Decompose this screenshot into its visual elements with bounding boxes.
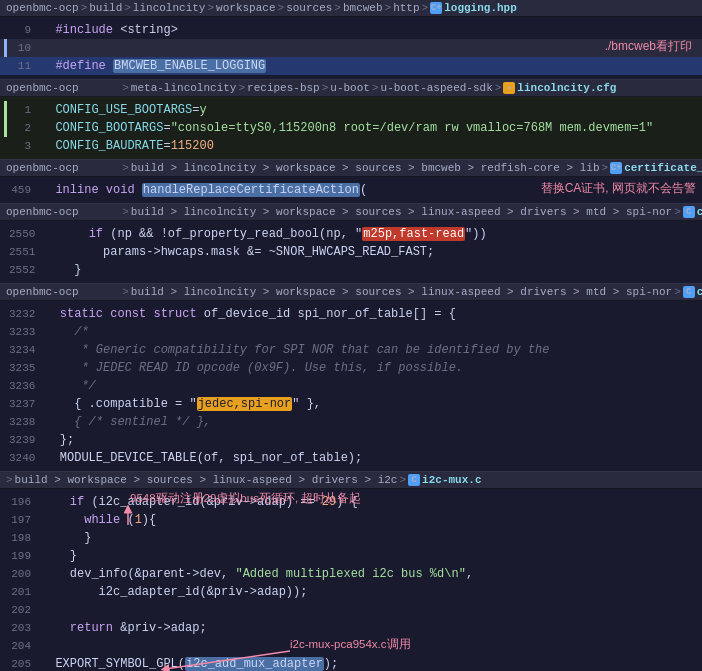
annotation-6a: 9548驱动注册29虚拟bus死循环, 超时从备起 [130,489,361,507]
breadcrumb-1: openbmc-ocp > build > lincolncity > work… [0,0,702,17]
code-lines-5: 3232 static const struct of_device_id sp… [0,301,702,471]
code-line-3239: 3239 }; [0,431,702,449]
code-line-197: 197 while (1){ [0,511,702,529]
file-icon-2: ✦ [503,82,515,94]
code-line-1: 1 CONFIG_USE_BOOTARGS=y [0,101,702,119]
file-icon-5: C [683,286,695,298]
breadcrumb-2: openbmc-ocp > meta-lincolncity > recipes… [0,80,702,97]
code-block-1: openbmc-ocp > build > lincolncity > work… [0,0,702,80]
code-line-2550: 2550 if (np && !of_property_read_bool(np… [0,225,702,243]
code-line-198: 198 } 9548驱动注册29虚拟bus死循环, 超时从备起 [0,529,702,547]
line-bar [4,39,7,57]
line-bar [4,119,7,137]
breadcrumb-6: > build > workspace > sources > linux-as… [0,472,702,489]
code-line-203: 203 return &priv->adap; [0,619,702,637]
line-bar [4,101,7,119]
file-icon-6: C [408,474,420,486]
file-icon-3: C+ [610,162,622,174]
code-block-3: openbmc-ocp > build > lincolncity > work… [0,160,702,204]
code-lines-6: 196 if (i2c_adapter_id(&priv->adap) == 2… [0,489,702,671]
code-line-9: 9 #include <string> [0,21,702,39]
code-block-6: > build > workspace > sources > linux-as… [0,472,702,671]
code-block-2: openbmc-ocp > meta-lincolncity > recipes… [0,80,702,160]
code-block-5: openbmc-ocp > build > lincolncity > work… [0,284,702,472]
code-line-3235: 3235 * JEDEC READ ID opcode (0x9F). Use … [0,359,702,377]
code-line-2552: 2552 } [0,261,702,279]
breadcrumb-4: openbmc-ocp > build > lincolncity > work… [0,204,702,221]
main-container: openbmc-ocp > build > lincolncity > work… [0,0,702,671]
code-line-11: 11 #define BMCWEB_ENABLE_LOGGING [0,57,702,75]
code-line-199: 199 } [0,547,702,565]
code-line-202: 202 [0,601,702,619]
code-line-3232: 3232 static const struct of_device_id sp… [0,305,702,323]
code-line-2: 2 CONFIG_BOOTARGS="console=ttyS0,115200n… [0,119,702,137]
code-line-3233: 3233 /* [0,323,702,341]
code-block-4: openbmc-ocp > build > lincolncity > work… [0,204,702,284]
code-line-201: 201 i2c_adapter_id(&priv->adap)); [0,583,702,601]
code-line-3236: 3236 */ [0,377,702,395]
file-icon-4: C [683,206,695,218]
code-line-3: 3 CONFIG_BAUDRATE=115200 [0,137,702,155]
annotation-1: ./bmcweb看打印 [605,37,692,55]
code-line-2551: 2551 params->hwcaps.mask &= ~SNOR_HWCAPS… [0,243,702,261]
code-line-459: 459 inline void handleReplaceCertificate… [0,181,702,199]
code-line-3234: 3234 * Generic compatibility for SPI NOR… [0,341,702,359]
code-line-3240: 3240 MODULE_DEVICE_TABLE(of, spi_nor_of_… [0,449,702,467]
file-icon-1: C+ [430,2,442,14]
code-lines-2: 1 CONFIG_USE_BOOTARGS=y 2 CONFIG_BOOTARG… [0,97,702,159]
breadcrumb-3: openbmc-ocp > build > lincolncity > work… [0,160,702,177]
code-line-10: 10 ./bmcweb看打印 [0,39,702,57]
annotation-3: 替换CA证书, 网页就不会告警 [541,179,696,197]
code-lines-4: 2550 if (np && !of_property_read_bool(np… [0,221,702,283]
code-line-200: 200 dev_info(&parent->dev, "Added multip… [0,565,702,583]
code-line-205: 205 EXPORT_SYMBOL_GPL(i2c_add_mux_adapte… [0,655,702,671]
code-lines-3: 459 inline void handleReplaceCertificate… [0,177,702,203]
code-lines-1: 9 #include <string> 10 ./bmcweb看打印 11 #d… [0,17,702,79]
code-line-3237: 3237 { .compatible = "jedec,spi-nor" }, [0,395,702,413]
code-line-3238: 3238 { /* sentinel */ }, [0,413,702,431]
annotation-6b: i2c-mux-pca954x.c调用 [290,637,411,652]
breadcrumb-5: openbmc-ocp > build > lincolncity > work… [0,284,702,301]
